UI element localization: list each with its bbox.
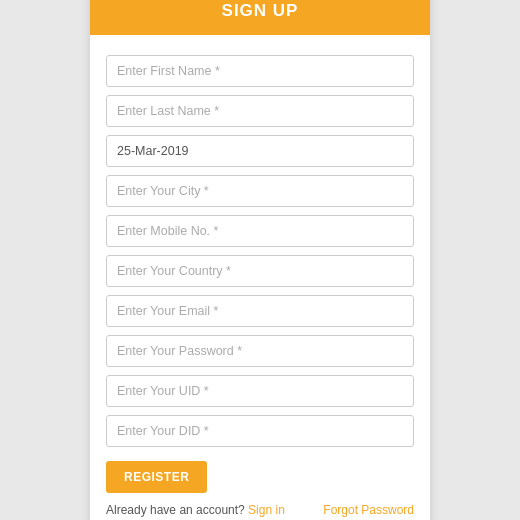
register-button[interactable]: REGISTER: [106, 461, 207, 493]
card-header: SIGN UP: [90, 0, 430, 35]
first-name-group: [106, 55, 414, 87]
uid-input[interactable]: [106, 375, 414, 407]
forgot-password-link[interactable]: Forgot Password: [323, 503, 414, 517]
already-account-text: Already have an account? Sign in: [106, 503, 285, 517]
signin-link[interactable]: Sign in: [248, 503, 285, 517]
last-name-group: [106, 95, 414, 127]
email-group: [106, 295, 414, 327]
card-body: REGISTER Already have an account? Sign i…: [90, 35, 430, 520]
city-group: [106, 175, 414, 207]
last-name-input[interactable]: [106, 95, 414, 127]
email-input[interactable]: [106, 295, 414, 327]
did-group: [106, 415, 414, 447]
footer-section: Already have an account? Sign in Forgot …: [106, 503, 414, 517]
did-input[interactable]: [106, 415, 414, 447]
page-title: SIGN UP: [104, 1, 416, 21]
mobile-input[interactable]: [106, 215, 414, 247]
dob-group: [106, 135, 414, 167]
country-input[interactable]: [106, 255, 414, 287]
password-group: [106, 335, 414, 367]
first-name-input[interactable]: [106, 55, 414, 87]
signup-card: SIGN UP R: [90, 0, 430, 520]
dob-input[interactable]: [106, 135, 414, 167]
country-group: [106, 255, 414, 287]
password-input[interactable]: [106, 335, 414, 367]
mobile-group: [106, 215, 414, 247]
uid-group: [106, 375, 414, 407]
city-input[interactable]: [106, 175, 414, 207]
